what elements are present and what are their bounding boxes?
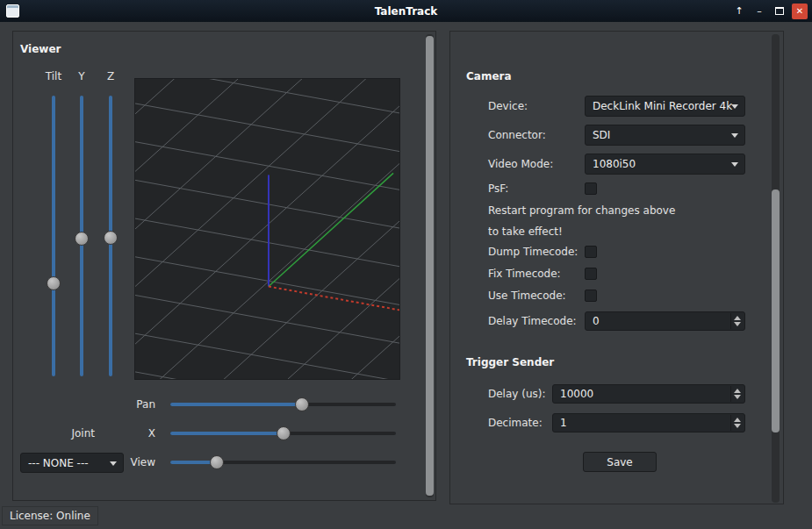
fix-timecode-label: Fix Timecode: — [488, 267, 561, 281]
spin-down-icon[interactable] — [734, 322, 741, 326]
spin-up-icon[interactable] — [734, 389, 741, 393]
joint-select[interactable]: --- NONE --- — [20, 453, 124, 473]
chevron-down-icon — [110, 461, 117, 466]
spin-buttons — [730, 415, 744, 431]
minimize-button[interactable]: – — [751, 4, 767, 19]
fix-timecode-checkbox[interactable] — [585, 268, 597, 280]
y-slider-handle[interactable] — [75, 232, 89, 246]
delay-timecode-value: 0 — [593, 315, 600, 327]
viewer-panel: Viewer Tilt Y Z — [12, 31, 436, 501]
shade-button[interactable]: ↑ — [731, 4, 747, 19]
trigger-delay-spinbox[interactable]: 10000 — [552, 384, 745, 404]
spin-up-icon[interactable] — [734, 316, 741, 320]
x-slider-label: X — [119, 426, 155, 440]
restart-note-line1: Restart program for changes above — [488, 204, 675, 218]
device-label: Device: — [488, 99, 528, 113]
chevron-down-icon — [731, 133, 738, 138]
axis-red — [269, 287, 399, 311]
device-select-value: DeckLink Mini Recorder 4k — [593, 100, 732, 112]
pan-slider-fill — [170, 403, 302, 406]
license-status-text: License: Online — [10, 510, 90, 522]
video-mode-select[interactable]: 1080i50 — [585, 154, 745, 175]
tilt-slider-label: Tilt — [40, 69, 68, 83]
spin-down-icon[interactable] — [734, 395, 741, 399]
pan-slider-handle[interactable] — [295, 397, 309, 411]
joint-select-value: --- NONE --- — [28, 457, 89, 469]
x-slider-fill — [170, 432, 284, 435]
settings-scrollbar-thumb[interactable] — [772, 189, 780, 432]
x-slider-handle[interactable] — [277, 426, 291, 440]
settings-panel: Camera Device: DeckLink Mini Recorder 4k… — [449, 31, 784, 504]
spin-buttons — [730, 386, 744, 402]
z-slider-label: Z — [97, 69, 125, 83]
use-timecode-checkbox[interactable] — [585, 290, 597, 302]
video-mode-select-value: 1080i50 — [593, 158, 636, 170]
joint-label: Joint — [48, 426, 95, 440]
spin-down-icon[interactable] — [734, 424, 741, 428]
viewport-3d[interactable] — [134, 78, 400, 380]
tilt-slider-handle[interactable] — [47, 276, 61, 290]
window-title: TalenTrack — [0, 0, 812, 22]
chevron-down-icon — [731, 104, 738, 109]
use-timecode-label: Use Timecode: — [488, 289, 566, 303]
decimate-spinbox[interactable]: 1 — [552, 413, 745, 432]
spin-up-icon[interactable] — [734, 418, 741, 422]
pan-slider-label: Pan — [119, 397, 155, 411]
decimate-label: Decimate: — [488, 416, 543, 430]
titlebar[interactable]: TalenTrack ↑ – ✕ — [0, 0, 812, 22]
device-select[interactable]: DeckLink Mini Recorder 4k — [585, 96, 745, 117]
viewer-scrollbar-thumb[interactable] — [426, 36, 434, 496]
psf-label: PsF: — [488, 182, 508, 196]
settings-scrollbar[interactable] — [772, 34, 780, 503]
dump-timecode-checkbox[interactable] — [585, 246, 597, 258]
close-button[interactable]: ✕ — [792, 4, 808, 19]
viewport-axes — [269, 173, 399, 310]
view-slider-handle[interactable] — [210, 455, 224, 469]
y-slider-label: Y — [68, 69, 96, 83]
viewer-title: Viewer — [20, 43, 61, 55]
trigger-delay-value: 10000 — [560, 388, 593, 400]
connector-label: Connector: — [488, 128, 546, 142]
z-slider-handle[interactable] — [104, 231, 118, 245]
viewer-scrollbar[interactable] — [426, 34, 434, 497]
psf-checkbox[interactable] — [585, 182, 597, 195]
spin-buttons — [730, 313, 744, 329]
delay-timecode-spinbox[interactable]: 0 — [585, 311, 745, 331]
video-mode-label: Video Mode: — [488, 157, 553, 171]
maximize-icon — [775, 7, 784, 15]
window-controls: ↑ – ✕ — [731, 0, 808, 22]
restart-note-line2: to take effect! — [488, 225, 563, 239]
axis-green — [269, 173, 393, 286]
chevron-down-icon — [731, 162, 738, 167]
connector-select-value: SDI — [593, 129, 610, 141]
maximize-button[interactable] — [772, 4, 787, 19]
trigger-delay-label: Delay (us): — [488, 387, 546, 401]
view-slider[interactable] — [170, 461, 396, 464]
license-status: License: Online — [2, 506, 98, 525]
pan-slider[interactable] — [170, 403, 396, 406]
trigger-section-title: Trigger Sender — [466, 356, 554, 368]
connector-select[interactable]: SDI — [585, 125, 745, 146]
tilt-slider[interactable] — [52, 96, 55, 376]
dump-timecode-label: Dump Timecode: — [488, 245, 578, 259]
camera-section-title: Camera — [466, 70, 512, 82]
viewport-grid — [135, 79, 399, 379]
decimate-value: 1 — [560, 417, 567, 429]
save-button[interactable]: Save — [583, 452, 657, 472]
delay-timecode-label: Delay Timecode: — [488, 314, 577, 328]
view-slider-label: View — [119, 455, 155, 469]
